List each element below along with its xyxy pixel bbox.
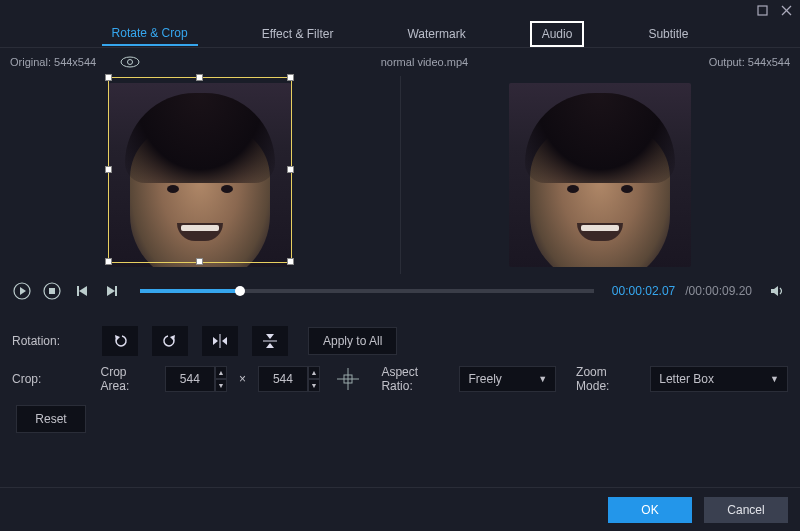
rotate-left-button[interactable] bbox=[102, 326, 138, 356]
reset-button[interactable]: Reset bbox=[16, 405, 86, 433]
volume-icon[interactable] bbox=[768, 281, 788, 301]
tab-subtitle[interactable]: Subtitle bbox=[638, 23, 698, 45]
svg-marker-13 bbox=[771, 286, 778, 296]
playback-bar: 00:00:02.07/00:00:09.20 bbox=[0, 274, 800, 308]
crop-area-label: Crop Area: bbox=[101, 365, 157, 393]
svg-rect-12 bbox=[115, 286, 117, 296]
play-icon[interactable] bbox=[12, 281, 32, 301]
svg-point-3 bbox=[121, 57, 139, 67]
crop-height-input[interactable]: 544 bbox=[258, 366, 308, 392]
zoom-mode-select[interactable]: Letter Box▼ bbox=[650, 366, 788, 392]
chevron-down-icon: ▼ bbox=[538, 374, 547, 384]
crop-label: Crop: bbox=[12, 372, 93, 386]
svg-marker-18 bbox=[222, 337, 227, 345]
preview-output bbox=[401, 76, 801, 274]
output-dimensions-label: Output: 544x544 bbox=[709, 56, 790, 68]
svg-rect-8 bbox=[49, 288, 55, 294]
stop-icon[interactable] bbox=[42, 281, 62, 301]
crop-width-up[interactable]: ▲ bbox=[215, 366, 227, 379]
filename-label: normal video.mp4 bbox=[140, 56, 708, 68]
eye-icon[interactable] bbox=[120, 56, 140, 68]
aspect-ratio-label: Aspect Ratio: bbox=[381, 365, 451, 393]
tab-bar: Rotate & Crop Effect & Filter Watermark … bbox=[0, 20, 800, 48]
tab-watermark[interactable]: Watermark bbox=[397, 23, 475, 45]
svg-marker-21 bbox=[266, 343, 274, 348]
next-frame-icon[interactable] bbox=[102, 281, 122, 301]
tab-audio[interactable]: Audio bbox=[530, 21, 585, 47]
svg-rect-10 bbox=[77, 286, 79, 296]
crop-height-down[interactable]: ▼ bbox=[308, 379, 320, 392]
crop-height-up[interactable]: ▲ bbox=[308, 366, 320, 379]
flip-horizontal-button[interactable] bbox=[202, 326, 238, 356]
tab-rotate-crop[interactable]: Rotate & Crop bbox=[102, 22, 198, 46]
time-current: 00:00:02.07 bbox=[612, 284, 675, 298]
rotate-right-button[interactable] bbox=[152, 326, 188, 356]
svg-point-4 bbox=[128, 60, 133, 65]
ok-button[interactable]: OK bbox=[608, 497, 692, 523]
rotation-label: Rotation: bbox=[12, 334, 94, 348]
cancel-button[interactable]: Cancel bbox=[704, 497, 788, 523]
svg-marker-20 bbox=[266, 334, 274, 339]
close-icon[interactable] bbox=[780, 4, 792, 16]
apply-to-all-button[interactable]: Apply to All bbox=[308, 327, 397, 355]
svg-marker-9 bbox=[79, 286, 87, 296]
crop-width-input[interactable]: 544 bbox=[165, 366, 215, 392]
svg-marker-17 bbox=[213, 337, 218, 345]
maximize-icon[interactable] bbox=[756, 4, 768, 16]
crop-width-down[interactable]: ▼ bbox=[215, 379, 227, 392]
chevron-down-icon: ▼ bbox=[770, 374, 779, 384]
time-duration: /00:00:09.20 bbox=[685, 284, 752, 298]
svg-rect-0 bbox=[758, 6, 767, 15]
flip-vertical-button[interactable] bbox=[252, 326, 288, 356]
zoom-mode-label: Zoom Mode: bbox=[576, 365, 642, 393]
times-label: × bbox=[239, 372, 246, 386]
center-crop-icon[interactable] bbox=[334, 365, 362, 393]
original-dimensions-label: Original: 544x544 bbox=[10, 56, 96, 68]
aspect-ratio-select[interactable]: Freely▼ bbox=[459, 366, 556, 392]
svg-marker-11 bbox=[107, 286, 115, 296]
prev-frame-icon[interactable] bbox=[72, 281, 92, 301]
tab-effect-filter[interactable]: Effect & Filter bbox=[252, 23, 344, 45]
svg-marker-6 bbox=[20, 287, 26, 295]
preview-original[interactable] bbox=[0, 76, 400, 274]
timeline-slider[interactable] bbox=[140, 289, 594, 293]
